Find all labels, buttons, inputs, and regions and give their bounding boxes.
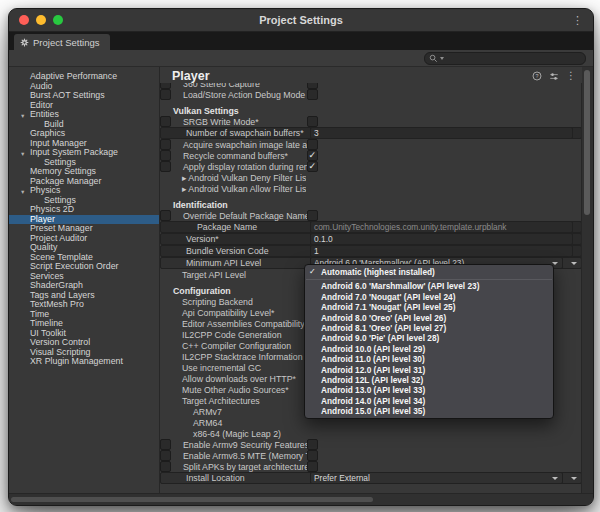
checkbox-load-store-action-debug-mode[interactable] <box>307 89 318 100</box>
settings-row-x86-64-magic-leap-2: x86-64 (Magic Leap 2) <box>160 428 582 439</box>
close-window-button[interactable] <box>19 15 29 25</box>
row-label: ARMv7 <box>160 407 306 417</box>
presets-icon[interactable] <box>549 72 559 81</box>
row-label: Version* <box>164 234 310 244</box>
row-label: Apply display rotation during rendering <box>161 162 307 172</box>
sidebar-item-label: ShaderGraph <box>30 280 83 290</box>
checkbox-acquire-swapchain-image-late-as-possible[interactable] <box>307 139 318 150</box>
titlebar: Project Settings ⋮ <box>9 9 593 32</box>
popup-item-android-6-0-marshmallow-api-level-23[interactable]: Android 6.0 'Marshmallow' (API level 23) <box>305 281 553 291</box>
row-label: Split APKs by target architecture <box>161 462 307 472</box>
popup-item-android-13-0-api-level-33[interactable]: Android 13.0 (API level 33) <box>305 385 553 395</box>
checkbox-srgb-write-mode[interactable] <box>307 116 318 127</box>
page-title: Player <box>172 69 532 83</box>
vertical-scrollbar[interactable] <box>581 67 593 494</box>
panel-kebab-icon[interactable]: ⋮ <box>566 71 576 81</box>
tab-project-settings[interactable]: Project Settings <box>14 34 110 50</box>
sidebar-item-label: Player <box>30 214 55 224</box>
sidebar-item-label: Input Manager <box>30 138 87 148</box>
row-label: ARM64 <box>160 418 306 428</box>
sidebar-item-label: Graphics <box>30 128 65 138</box>
sidebar-item-label: Services <box>30 271 64 281</box>
row-value: Prefer External <box>310 472 563 484</box>
sidebar-item-physics[interactable]: ▼Physics <box>9 186 159 196</box>
vertical-scrollbar-thumb[interactable] <box>584 70 590 215</box>
settings-sidebar: Adaptive PerformanceAudioBurst AOT Setti… <box>9 67 160 505</box>
popup-item-android-12-0-api-level-31[interactable]: Android 12.0 (API level 31) <box>305 365 553 375</box>
row-label: Minimum API Level <box>164 258 310 268</box>
foldout-label[interactable]: ▸ Android Vulkan Allow Filter List <box>160 184 306 194</box>
sidebar-item-label: Script Execution Order <box>30 261 119 271</box>
popup-item-android-10-0-api-level-29[interactable]: Android 10.0 (API level 29) <box>305 344 553 354</box>
row-label: IL2CPP Stacktrace Information <box>160 352 306 362</box>
checkbox-apply-display-rotation-during-rendering[interactable] <box>307 161 318 172</box>
zoom-window-button[interactable] <box>53 15 63 25</box>
text-field-version[interactable]: 0.1.0 <box>310 233 573 245</box>
sidebar-item-input-system-package[interactable]: ▼Input System Package <box>9 148 159 158</box>
settings-row-number-of-swapchain-buffers: Number of swapchain buffers*3 <box>160 127 582 139</box>
popup-item-label: Android 12.0 (API level 31) <box>321 365 425 375</box>
popup-item-label: Automatic (highest installed) <box>321 267 435 277</box>
popup-item-android-9-0-pie-api-level-28[interactable]: Android 9.0 'Pie' (API level 28) <box>305 333 553 343</box>
window-body: Adaptive PerformanceAudioBurst AOT Setti… <box>9 67 593 505</box>
help-icon[interactable]: ? <box>532 71 542 81</box>
popup-item-android-12l-api-level-32[interactable]: Android 12L (API level 32) <box>305 375 553 385</box>
sidebar-item-label: TextMesh Pro <box>30 299 84 309</box>
sidebar-item-label: Quality <box>30 242 57 252</box>
popup-item-android-15-0-api-level-35[interactable]: Android 15.0 (API level 35) <box>305 406 553 416</box>
checkbox-split-apks-by-target-architecture[interactable] <box>307 461 318 472</box>
settings-row-version: Version*0.1.0 <box>160 233 582 245</box>
api-level-popup-list: ✓Automatic (highest installed)Android 6.… <box>305 267 553 416</box>
checkbox-enable-armv9-security-features-for-arm64[interactable] <box>307 439 318 450</box>
popup-item-android-7-1-nougat-api-level-25[interactable]: Android 7.1 'Nougat' (API level 25) <box>305 302 553 312</box>
checkbox-recycle-command-buffers[interactable] <box>307 150 318 161</box>
popup-item-android-8-1-oreo-api-level-27[interactable]: Android 8.1 'Oreo' (API level 27) <box>305 323 553 333</box>
sidebar-item-label: Audio <box>30 81 53 91</box>
text-field-number-of-swapchain-buffers[interactable]: 3 <box>310 127 573 139</box>
row-label: Recycle command buffers* <box>161 151 307 161</box>
text-field-bundle-version-code[interactable]: 1 <box>310 245 573 257</box>
popup-item-automatic-highest-installed[interactable]: ✓Automatic (highest installed) <box>305 267 553 277</box>
titlebar-kebab-icon[interactable]: ⋮ <box>572 15 583 26</box>
sidebar-item-xr-plugin-management[interactable]: XR Plugin Management <box>9 357 159 367</box>
row-label: Target API Level <box>160 270 306 280</box>
row-label: Use incremental GC <box>160 363 306 373</box>
row-value: com.UnityTechnologies.com.unity.template… <box>310 221 573 233</box>
horizontal-scrollbar[interactable] <box>9 493 593 505</box>
popup-item-label: Android 10.0 (API level 29) <box>321 344 425 354</box>
text-field-package-name[interactable]: com.UnityTechnologies.com.unity.template… <box>310 221 573 233</box>
minimize-window-button[interactable] <box>36 15 46 25</box>
popup-item-android-14-0-api-level-34[interactable]: Android 14.0 (API level 34) <box>305 396 553 406</box>
row-label: x86-64 (Magic Leap 2) <box>160 429 306 439</box>
popup-item-android-11-0-api-level-30[interactable]: Android 11.0 (API level 30) <box>305 354 553 364</box>
popup-item-android-8-0-oreo-api-level-26[interactable]: Android 8.0 'Oreo' (API level 26) <box>305 313 553 323</box>
popup-item-android-7-0-nougat-api-level-24[interactable]: Android 7.0 'Nougat' (API level 24) <box>305 292 553 302</box>
sidebar-item-label: Build <box>44 119 64 129</box>
window-title: Project Settings <box>9 14 593 26</box>
settings-row-android-vulkan-allow-filter-list: ▸ Android Vulkan Allow Filter List <box>160 183 582 194</box>
row-label: IL2CPP Code Generation <box>160 330 306 340</box>
svg-text:?: ? <box>535 73 538 79</box>
checkbox-override-default-package-name[interactable] <box>307 210 318 221</box>
sidebar-item-label: Settings <box>44 157 76 167</box>
settings-row-override-default-package-name: Override Default Package Name <box>160 210 171 221</box>
row-label: Identification <box>160 200 228 210</box>
row-label: Enable Armv8.5 MTE (Memory Tagging Exten… <box>161 451 307 461</box>
row-label: Editor Assemblies Compatibility Level* <box>160 319 306 329</box>
search-input[interactable] <box>424 52 586 65</box>
sidebar-item-entities[interactable]: ▼Entities <box>9 110 159 120</box>
gear-icon <box>20 38 29 47</box>
dropdown-install-location[interactable]: Prefer External <box>310 472 563 484</box>
popup-item-label: Android 8.1 'Oreo' (API level 27) <box>321 323 446 333</box>
settings-row-bundle-version-code: Bundle Version Code1 <box>160 245 582 257</box>
sidebar-item-label: Timeline <box>30 318 63 328</box>
checkbox-enable-armv8-5-mte-memory-tagging-extension[interactable] <box>307 450 318 461</box>
row-label: Api Compatibility Level* <box>160 308 306 318</box>
traffic-lights <box>19 15 63 25</box>
sidebar-item-label: Tags and Layers <box>30 290 95 300</box>
horizontal-scrollbar-thumb[interactable] <box>11 497 373 502</box>
player-settings-panel: Player ? ⋮ 360 Stereo CaptureLoad/Sto <box>160 67 593 505</box>
foldout-label[interactable]: ▸ Android Vulkan Deny Filter List <box>160 173 306 183</box>
search-filter-caret-icon[interactable] <box>440 57 444 60</box>
sidebar-item-label: Scene Template <box>30 252 93 262</box>
